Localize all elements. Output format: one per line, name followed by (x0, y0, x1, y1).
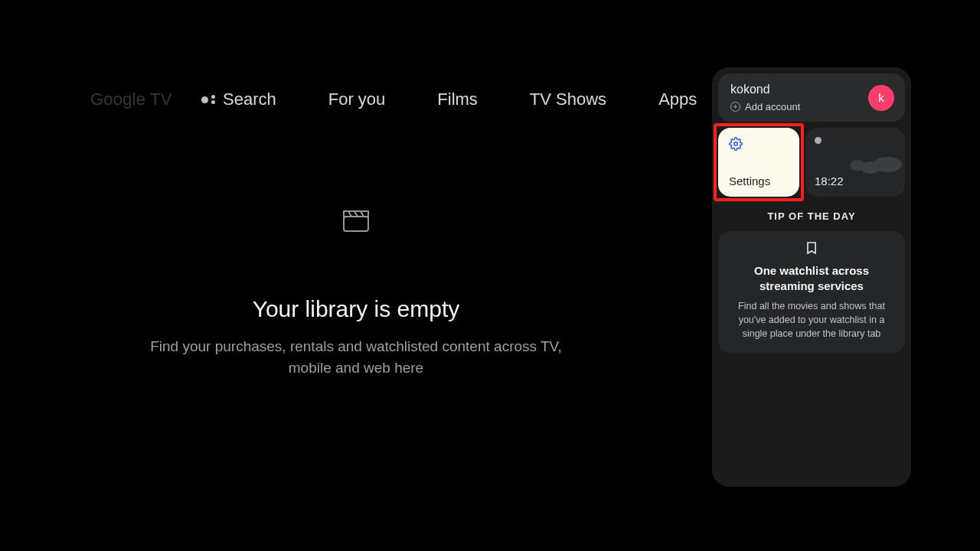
settings-tile-wrapper: Settings (718, 128, 799, 197)
clapperboard-icon (343, 210, 369, 235)
nav-tv-shows[interactable]: TV Shows (516, 82, 620, 117)
tip-title: One watchlist across streaming services (727, 263, 896, 293)
add-account-label: Add account (745, 101, 800, 112)
nav-search[interactable]: Search (188, 82, 290, 117)
svg-rect-0 (344, 217, 368, 231)
bookmark-icon (806, 242, 817, 257)
tip-of-the-day-label: TIP OF THE DAY (718, 210, 905, 222)
library-empty-state: Your library is empty Find your purchase… (0, 210, 712, 378)
empty-state-subtitle: Find your purchases, rentals and watchli… (142, 336, 570, 378)
tip-body: Find all the movies and shows that you'v… (727, 299, 896, 341)
weather-time-tile[interactable]: 18:22 (805, 128, 905, 197)
nav-films[interactable]: Films (423, 82, 492, 117)
nav-for-you[interactable]: For you (315, 82, 400, 117)
nav-search-label: Search (223, 90, 276, 109)
settings-tile[interactable]: Settings (718, 128, 799, 197)
tip-card[interactable]: One watchlist across streaming services … (718, 231, 905, 353)
quick-panel: kokond + Add account k Settings (712, 67, 911, 487)
add-account-button[interactable]: + Add account (730, 101, 800, 112)
brand-label: Google TV (90, 90, 172, 109)
settings-label: Settings (729, 174, 789, 187)
gear-icon (729, 137, 743, 151)
svg-point-1 (734, 142, 738, 146)
avatar[interactable]: k (868, 85, 894, 111)
moon-icon (815, 137, 822, 144)
account-name: kokond (730, 83, 800, 96)
plus-icon: + (730, 102, 740, 112)
empty-state-title: Your library is empty (0, 296, 712, 322)
nav-apps[interactable]: Apps (645, 82, 710, 117)
account-card[interactable]: kokond + Add account k (718, 73, 905, 122)
assistant-icon (201, 95, 215, 104)
clock-time: 18:22 (815, 174, 844, 187)
